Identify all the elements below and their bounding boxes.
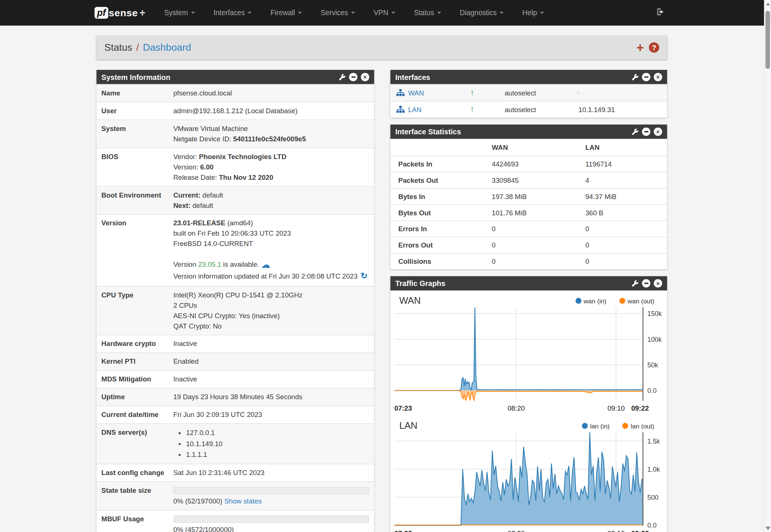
lan-graph-title: LAN: [399, 420, 417, 431]
chevron-down-icon: [191, 12, 195, 14]
interface-row-wan: WAN ↑ autoselect: [390, 84, 667, 101]
logout-icon[interactable]: [655, 7, 665, 19]
panel-title: Interface Statistics: [395, 128, 461, 136]
row-mds-mitigation: MDS Mitigation Inactive: [97, 370, 374, 388]
interface-statistics-panel: Interface Statistics × WAN LAN: [390, 125, 667, 269]
dns-server: 10.1.149.10: [186, 438, 369, 449]
minimize-icon[interactable]: [349, 73, 357, 81]
wan-traffic-chart: 150k100k50k0.007:2308:2009:1009:22: [394, 307, 663, 413]
add-widget-icon[interactable]: +: [636, 43, 644, 53]
stats-column-headers: WAN LAN: [390, 139, 667, 155]
nav-menu-item[interactable]: Interfaces: [213, 9, 252, 17]
pfsense-dashboard: pfsense+ System Interfaces Firewall Serv…: [0, 0, 771, 532]
help-icon[interactable]: ?: [649, 42, 659, 53]
breadcrumb-separator: /: [136, 42, 139, 53]
wrench-icon[interactable]: [632, 128, 639, 135]
chevron-down-icon: [540, 12, 544, 14]
row-kernel-pti: Kernel PTI Enabled: [97, 352, 374, 370]
breadcrumb-page[interactable]: Dashboard: [143, 42, 191, 53]
wan-traffic-graph: WAN wan (in) wan (out) 150k100k50k0.007:…: [390, 290, 667, 415]
interface-row-lan: LAN ↑ autoselect 10.1.149.31: [390, 101, 667, 118]
vertical-scrollbar[interactable]: [764, 0, 771, 532]
stats-row: Bytes Out 101.76 MiB 360 B: [390, 204, 667, 220]
sitemap-icon: [396, 89, 405, 97]
stats-row: Errors Out 0 0: [390, 237, 667, 253]
nav-menu: System Interfaces Firewall Services VPN: [164, 9, 544, 17]
stats-row: Collisions 0 0: [390, 253, 667, 269]
svg-text:150k: 150k: [647, 310, 662, 317]
lan-graph-legend: lan (in) lan (out): [582, 422, 661, 430]
dns-server-list: 127.0.0.110.1.149.101.1.1.1: [173, 428, 369, 459]
svg-text:09:22: 09:22: [631, 529, 649, 532]
scrollbar-down-arrow[interactable]: [765, 527, 770, 530]
interface-lan-link[interactable]: LAN: [408, 105, 421, 113]
close-icon[interactable]: ×: [654, 73, 662, 81]
legend-dot-wan-in: [575, 298, 581, 304]
row-bios: BIOS Vendor: Phoenix Technologies LTD Ve…: [97, 148, 374, 186]
row-current-datetime: Current date/time Fri Jun 30 2:09:19 UTC…: [97, 405, 374, 423]
new-version-link[interactable]: 23.05.1: [198, 260, 221, 268]
chevron-down-icon: [500, 12, 504, 14]
nav-menu-item[interactable]: Diagnostics: [460, 9, 504, 17]
close-icon[interactable]: ×: [654, 128, 662, 136]
breadcrumb-section: Status: [104, 42, 132, 53]
close-icon[interactable]: ×: [654, 279, 662, 288]
chevron-down-icon: [248, 12, 252, 14]
interface-wan-link[interactable]: WAN: [408, 89, 424, 97]
nav-menu-item[interactable]: Status: [414, 9, 441, 17]
scrollbar-thumb[interactable]: [765, 11, 770, 69]
dns-server: 1.1.1.1: [186, 449, 369, 459]
system-information-panel: System Information × Name pfsense.cloud.…: [97, 70, 374, 532]
interface-up-icon: ↑: [470, 88, 505, 98]
row-user: User admin@192.168.1.212 (Local Database…: [97, 102, 374, 119]
svg-text:09:22: 09:22: [631, 404, 649, 412]
svg-text:09:10: 09:10: [607, 404, 625, 412]
panel-title: System Information: [101, 73, 170, 81]
nav-menu-item[interactable]: Firewall: [270, 9, 302, 17]
brand-plus: +: [139, 7, 145, 19]
wrench-icon[interactable]: [339, 74, 346, 81]
nav-menu-item[interactable]: VPN: [374, 9, 395, 17]
close-icon[interactable]: ×: [361, 73, 369, 81]
sitemap-icon: [396, 106, 405, 113]
lan-traffic-graph: LAN lan (in) lan (out) 1.5k1.0k5000.007:…: [390, 415, 667, 532]
svg-text:0.0: 0.0: [647, 387, 657, 394]
wrench-icon[interactable]: [632, 74, 639, 81]
system-information-header: System Information ×: [97, 70, 374, 84]
minimize-icon[interactable]: [642, 128, 650, 136]
pfsense-logo[interactable]: pfsense+: [94, 7, 145, 19]
svg-text:1.0k: 1.0k: [647, 466, 660, 473]
stats-row: Packets Out 3309845 4: [390, 172, 667, 188]
lan-traffic-chart: 1.5k1.0k5000.007:2308:2009:1009:22: [394, 432, 663, 532]
pf-logo-box: pf: [94, 7, 108, 19]
stats-row: Errors In 0 0: [390, 220, 667, 237]
nav-menu-item[interactable]: Services: [321, 9, 355, 17]
show-states-link[interactable]: Show states: [224, 497, 262, 505]
minimize-icon[interactable]: [642, 73, 650, 81]
interface-media: autoselect: [505, 105, 579, 113]
row-last-config-change: Last config change Sat Jun 10 2:31:46 UT…: [97, 464, 374, 481]
wan-graph-title: WAN: [399, 295, 421, 306]
refresh-version-icon[interactable]: ↻: [361, 271, 368, 280]
row-mbuf-usage: MBUF Usage 0% (4572/1000000): [97, 510, 374, 532]
legend-dot-wan-out: [619, 298, 625, 304]
row-cpu-type: CPU Type Intel(R) Xeon(R) CPU D-1541 @ 2…: [97, 286, 374, 334]
row-system: System VMware Virtual Machine Netgate De…: [97, 119, 374, 148]
nav-menu-item[interactable]: Help: [522, 9, 544, 17]
row-version: Version 23.01-RELEASE (amd64) built on F…: [97, 214, 374, 286]
interface-statistics-header: Interface Statistics ×: [390, 125, 667, 139]
top-navbar: pfsense+ System Interfaces Firewall Serv…: [0, 0, 771, 26]
nav-menu-item[interactable]: System: [164, 9, 195, 17]
dns-server: 127.0.0.1: [186, 428, 369, 438]
svg-text:50k: 50k: [647, 361, 658, 369]
traffic-graphs-panel: Traffic Graphs × WAN wan (in): [390, 276, 667, 532]
scrollbar-up-arrow[interactable]: [766, 3, 770, 6]
wrench-icon[interactable]: [632, 280, 639, 287]
brand-sense: sense: [109, 7, 138, 18]
minimize-icon[interactable]: [642, 279, 650, 288]
svg-text:100k: 100k: [647, 336, 662, 343]
download-update-icon[interactable]: ☁↓: [261, 262, 272, 269]
row-dns-servers: DNS server(s) 127.0.0.110.1.149.101.1.1.…: [97, 423, 374, 464]
interface-up-icon: ↑: [470, 105, 505, 115]
row-hardware-crypto: Hardware crypto Inactive: [97, 334, 374, 352]
